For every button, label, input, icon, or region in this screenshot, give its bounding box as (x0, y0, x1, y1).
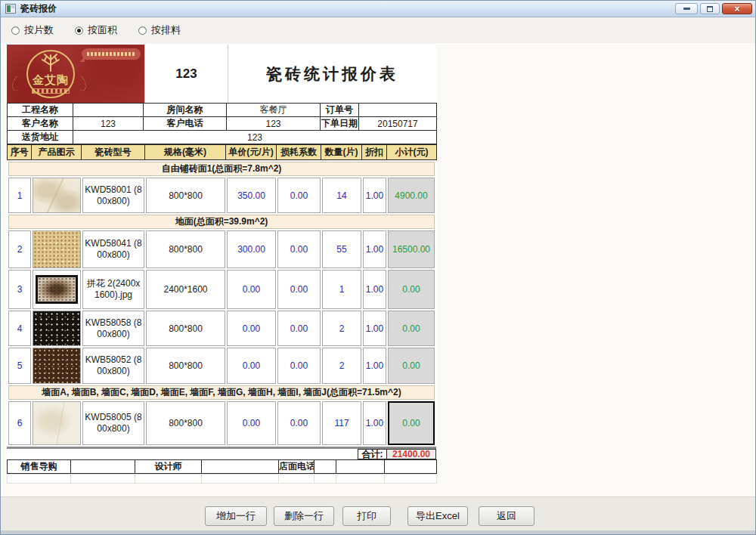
customer-phone-value[interactable]: 123 (227, 117, 321, 131)
row-5-loss[interactable]: 0.00 (277, 348, 321, 384)
radio-by-pieces[interactable]: 按片数 (11, 23, 54, 37)
radio-by-pieces-label: 按片数 (24, 23, 54, 37)
row-3-discount[interactable]: 1.00 (363, 270, 386, 309)
row-4-no[interactable]: 4 (8, 311, 31, 346)
column-header-row: 序号 产品图示 瓷砖型号 规格(毫米) 单价(元/片) 损耗系数 数量(片) 折… (7, 144, 437, 160)
empty-cell[interactable] (385, 475, 437, 484)
designer-value[interactable] (202, 460, 279, 474)
empty-cell[interactable] (202, 475, 279, 484)
row-2-product-image[interactable] (33, 230, 81, 268)
minimize-button[interactable] (675, 3, 698, 14)
row-4-discount[interactable]: 1.00 (363, 311, 386, 346)
col-header-discount: 折扣 (362, 145, 387, 160)
table-row: 2 KWD58041 (800x800) 800*800 300.00 0.00… (8, 230, 435, 268)
tile-image-icon (33, 178, 80, 212)
row-4-loss[interactable]: 0.00 (277, 311, 321, 346)
empty-cell[interactable] (8, 475, 71, 484)
row-1-qty[interactable]: 14 (322, 178, 361, 213)
laurel-icon (74, 74, 88, 93)
row-6-discount[interactable]: 1.00 (363, 401, 386, 445)
row-5-no[interactable]: 5 (8, 348, 31, 384)
row-5-qty[interactable]: 2 (322, 348, 361, 384)
row-2-discount[interactable]: 1.00 (363, 230, 386, 268)
row-6-spec[interactable]: 800*800 (146, 401, 225, 445)
col-header-subtotal: 小计(元) (387, 145, 437, 160)
row-5-subtotal: 0.00 (388, 348, 435, 384)
row-3-price[interactable]: 0.00 (227, 270, 276, 309)
table-row: 4 KWB58058 (800x800) 800*800 0.00 0.00 2… (8, 311, 435, 346)
row-3-no[interactable]: 3 (8, 270, 31, 309)
row-5-model[interactable]: KWB58052 (800x800) (82, 348, 144, 384)
row-5-price[interactable]: 0.00 (227, 348, 276, 384)
empty-cell[interactable] (314, 475, 336, 484)
row-3-loss[interactable]: 0.00 (277, 270, 321, 309)
customer-name-label: 客户名称 (8, 117, 73, 131)
footer-empty-cell[interactable] (336, 460, 385, 474)
empty-cell[interactable] (279, 475, 314, 484)
empty-cell[interactable] (135, 475, 202, 484)
order-no-value[interactable] (359, 104, 437, 117)
action-bar: 增加一行 删除一行 打印 导出Excel 返回 (1, 496, 755, 534)
empty-cell[interactable] (71, 475, 135, 484)
row-1-no[interactable]: 1 (8, 178, 31, 213)
room-name-label: 房间名称 (144, 104, 227, 117)
row-2-model[interactable]: KWD58041 (800x800) (82, 230, 144, 268)
row-4-qty[interactable]: 2 (322, 311, 361, 346)
row-1-price[interactable]: 350.00 (227, 178, 276, 213)
order-date-value[interactable]: 20150717 (359, 117, 437, 131)
row-1-spec[interactable]: 800*800 (146, 178, 225, 213)
add-row-button[interactable]: 增加一行 (205, 506, 267, 526)
row-2-qty[interactable]: 55 (322, 230, 361, 268)
row-2-loss[interactable]: 0.00 (277, 230, 321, 268)
row-3-qty[interactable]: 1 (322, 270, 361, 309)
customer-name-value[interactable]: 123 (73, 117, 144, 131)
radio-by-area[interactable]: 按面积 (75, 23, 117, 37)
row-6-no[interactable]: 6 (8, 401, 31, 445)
print-button[interactable]: 打印 (342, 506, 391, 526)
row-2-price[interactable]: 300.00 (227, 230, 276, 268)
room-name-value[interactable]: 客餐厅 (227, 104, 321, 117)
row-3-spec[interactable]: 2400*1600 (146, 270, 225, 309)
footer-row: 销售导购 设计师 店面电话 (7, 459, 437, 474)
row-4-product-image[interactable] (33, 311, 81, 346)
project-name-value[interactable] (73, 104, 144, 117)
row-4-model[interactable]: KWB58058 (800x800) (82, 311, 144, 346)
delivery-address-value[interactable]: 123 (73, 131, 437, 144)
row-6-qty[interactable]: 117 (322, 401, 361, 445)
restore-button[interactable] (700, 3, 720, 14)
delivery-address-label: 送货地址 (8, 131, 73, 144)
row-5-discount[interactable]: 1.00 (363, 348, 386, 384)
row-3-product-image[interactable] (33, 270, 81, 309)
row-6-product-image[interactable] (33, 401, 81, 445)
row-1-discount[interactable]: 1.00 (363, 178, 386, 213)
row-5-spec[interactable]: 800*800 (146, 348, 225, 384)
close-button[interactable]: × (722, 3, 752, 14)
window-title: 瓷砖报价 (20, 2, 57, 15)
row-6-loss[interactable]: 0.00 (277, 401, 321, 445)
store-phone-value[interactable] (314, 460, 336, 474)
row-6-subtotal-selected-cell[interactable]: 0.00 (388, 401, 435, 445)
radio-by-layout-label: 按排料 (151, 23, 181, 37)
sales-guide-value[interactable] (71, 460, 135, 474)
section-free-area: 自由铺砖面1(总面积=7.8m^2) (8, 162, 435, 176)
row-4-subtotal: 0.00 (388, 311, 435, 346)
row-4-spec[interactable]: 800*800 (146, 311, 225, 346)
back-button[interactable]: 返回 (479, 506, 534, 526)
footer-empty-cell[interactable] (385, 460, 437, 474)
row-1-model[interactable]: KWD58001 (800x800) (82, 178, 144, 213)
export-excel-button[interactable]: 导出Excel (407, 506, 468, 526)
row-1-loss[interactable]: 0.00 (277, 178, 321, 213)
empty-cell[interactable] (336, 475, 385, 484)
slogan-bubble-icon (82, 48, 141, 60)
row-5-product-image[interactable] (33, 348, 81, 384)
row-4-price[interactable]: 0.00 (227, 311, 276, 346)
delete-row-button[interactable]: 删除一行 (274, 506, 334, 526)
row-6-model[interactable]: KWD58005 (800x800) (82, 401, 144, 445)
row-2-no[interactable]: 2 (8, 230, 31, 268)
row-2-spec[interactable]: 800*800 (146, 230, 225, 268)
order-code-cell[interactable]: 123 (144, 45, 228, 103)
row-3-model[interactable]: 拼花 2(2400x1600).jpg (82, 270, 144, 309)
row-6-price[interactable]: 0.00 (227, 401, 276, 445)
radio-by-layout[interactable]: 按排料 (138, 23, 181, 37)
row-1-product-image[interactable] (33, 178, 81, 213)
